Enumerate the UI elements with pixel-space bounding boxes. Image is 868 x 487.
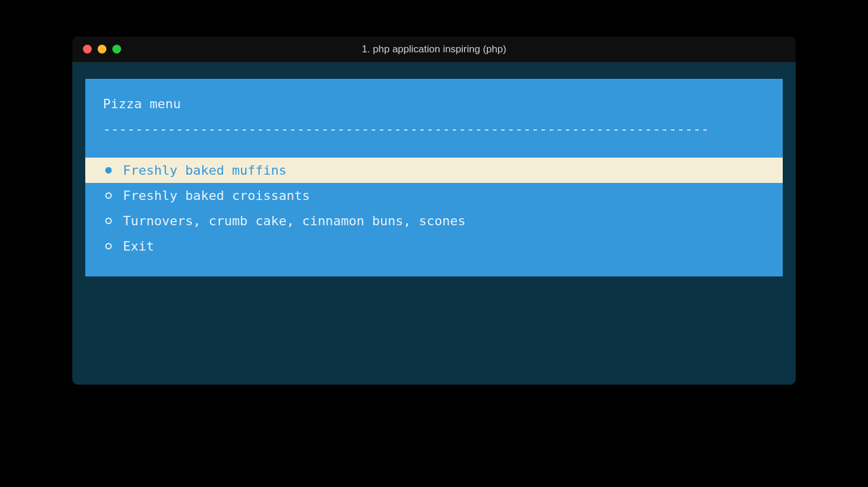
bullet-filled-icon — [103, 167, 113, 174]
menu-header: Pizza menu — [85, 96, 783, 122]
close-icon[interactable] — [83, 45, 92, 54]
menu-item-label: Turnovers, crumb cake, cinnamon buns, sc… — [123, 214, 466, 228]
menu-item-croissants[interactable]: Freshly baked croissants — [85, 183, 783, 208]
traffic-lights — [83, 45, 121, 54]
menu-item-turnovers[interactable]: Turnovers, crumb cake, cinnamon buns, sc… — [85, 208, 783, 234]
menu-panel: Pizza menu -----------------------------… — [85, 79, 783, 276]
bullet-open-icon — [103, 243, 113, 249]
menu-item-label: Freshly baked croissants — [123, 188, 310, 203]
menu-title: Pizza menu — [103, 96, 765, 111]
terminal-body[interactable]: Pizza menu -----------------------------… — [72, 62, 796, 385]
menu-items: Freshly baked muffins Freshly baked croi… — [85, 158, 783, 259]
menu-item-exit[interactable]: Exit — [85, 234, 783, 259]
menu-item-label: Exit — [123, 239, 154, 253]
minimize-icon[interactable] — [98, 45, 106, 54]
window-title: 1. php application inspiring (php) — [83, 44, 785, 55]
menu-item-label: Freshly baked muffins — [123, 163, 286, 178]
menu-item-muffins[interactable]: Freshly baked muffins — [85, 158, 783, 183]
bullet-open-icon — [103, 192, 113, 199]
menu-divider: ----------------------------------------… — [85, 122, 783, 136]
maximize-icon[interactable] — [112, 45, 121, 54]
bullet-open-icon — [103, 218, 113, 224]
terminal-window: 1. php application inspiring (php) Pizza… — [72, 36, 796, 385]
titlebar: 1. php application inspiring (php) — [72, 36, 796, 62]
